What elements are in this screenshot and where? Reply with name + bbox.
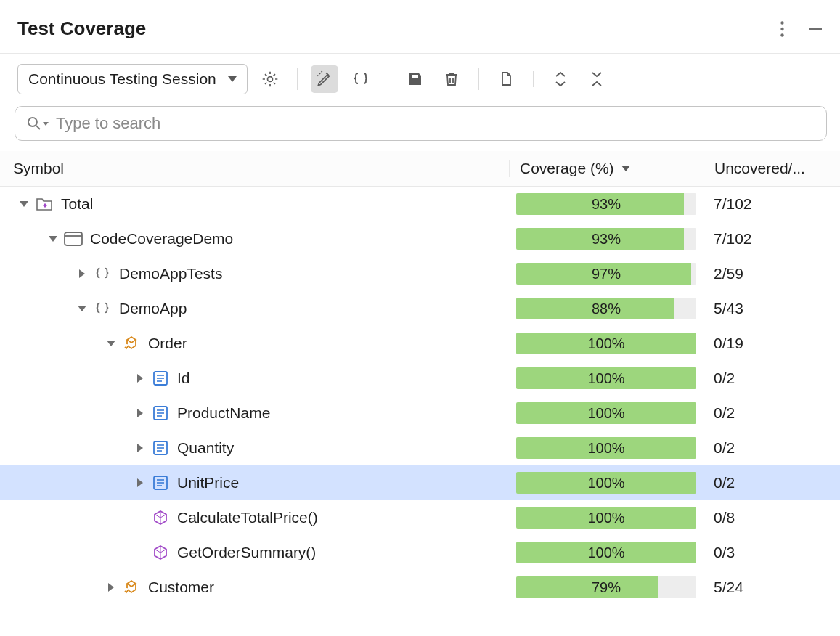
chevron-down-icon[interactable]: [74, 301, 90, 317]
coverage-percent: 100%: [516, 437, 696, 459]
search-input[interactable]: [56, 114, 815, 133]
row-name: CodeCoverageDemo: [90, 230, 233, 248]
coverage-percent: 100%: [516, 402, 696, 424]
tree-row[interactable]: Customer79%5/24: [0, 570, 840, 605]
method-icon: [151, 543, 170, 562]
uncovered-count: 2/59: [704, 265, 840, 282]
column-coverage[interactable]: Coverage (%): [509, 160, 704, 177]
tree-row[interactable]: ProductName100%0/2: [0, 396, 840, 431]
panel-title: Test Coverage: [17, 17, 772, 40]
coverage-bar: 100%: [516, 333, 696, 354]
session-dropdown[interactable]: Continuous Testing Session: [17, 64, 248, 94]
chevron-right-icon[interactable]: [132, 370, 148, 386]
coverage-percent: 100%: [516, 367, 696, 389]
uncovered-count: 0/3: [704, 544, 840, 561]
coverage-bar: 100%: [516, 402, 696, 424]
save-icon[interactable]: [401, 65, 429, 93]
coverage-bar: 100%: [516, 472, 696, 494]
tree-row[interactable]: CodeCoverageDemo93%7/102: [0, 221, 840, 256]
tree-row[interactable]: GetOrderSummary()100%0/3: [0, 535, 840, 570]
uncovered-count: 0/19: [704, 335, 840, 352]
property-icon: [151, 473, 170, 492]
chevron-down-icon[interactable]: [103, 335, 119, 351]
class-icon: [122, 578, 141, 597]
row-name: DemoApp: [119, 300, 187, 317]
coverage-bar: 100%: [516, 437, 696, 459]
coverage-bar: 100%: [516, 542, 696, 563]
chevron-right-icon[interactable]: [103, 579, 119, 595]
uncovered-count: 0/2: [704, 474, 840, 492]
coverage-percent: 88%: [516, 298, 696, 319]
coverage-bar: 93%: [516, 193, 696, 215]
coverage-percent: 100%: [516, 472, 696, 494]
row-name: Quantity: [177, 439, 234, 457]
row-name: GetOrderSummary(): [177, 544, 316, 561]
uncovered-count: 7/102: [704, 195, 840, 213]
chevron-down-icon[interactable]: [16, 196, 32, 212]
minimize-icon[interactable]: [805, 19, 825, 39]
module-icon: [64, 229, 83, 248]
search-box[interactable]: [15, 106, 827, 141]
property-icon: [151, 369, 170, 388]
coverage-percent: 100%: [516, 333, 696, 354]
expand-collapse-icon[interactable]: [547, 65, 574, 93]
toolbar-separator: [297, 68, 298, 90]
highlight-icon[interactable]: [311, 65, 338, 93]
tree-row[interactable]: DemoApp88%5/43: [0, 291, 840, 326]
panel-header: Test Coverage: [0, 0, 840, 54]
table-header: Symbol Coverage (%) Uncovered/...: [0, 151, 840, 187]
coverage-percent: 97%: [516, 263, 696, 285]
column-symbol[interactable]: Symbol: [0, 160, 509, 177]
toolbar-separator: [388, 68, 388, 90]
tree-row[interactable]: UnitPrice100%0/2: [0, 465, 840, 500]
row-name: DemoAppTests: [119, 265, 222, 282]
more-options-icon[interactable]: [772, 19, 792, 39]
uncovered-count: 0/2: [704, 404, 840, 422]
chevron-down-icon[interactable]: [45, 231, 61, 247]
tree-row[interactable]: Order100%0/19: [0, 326, 840, 361]
folder-icon: [35, 195, 54, 213]
coverage-bar: 93%: [516, 228, 696, 250]
delete-icon[interactable]: [438, 65, 465, 93]
coverage-bar: 100%: [516, 507, 696, 529]
uncovered-count: 5/24: [704, 579, 840, 596]
row-name: Order: [148, 335, 187, 352]
coverage-bar: 88%: [516, 298, 696, 319]
chevron-right-icon[interactable]: [132, 475, 148, 491]
tree-row[interactable]: DemoAppTests97%2/59: [0, 256, 840, 291]
toolbar-separator: [533, 71, 534, 87]
svg-point-0: [780, 21, 783, 24]
coverage-bar: 97%: [516, 263, 696, 285]
tree-row[interactable]: Id100%0/2: [0, 361, 840, 396]
search-icon: [27, 116, 49, 131]
svg-point-4: [267, 77, 272, 82]
chevron-right-icon[interactable]: [74, 266, 90, 282]
row-name: Id: [177, 370, 190, 387]
export-icon[interactable]: [492, 65, 520, 93]
coverage-tree: Total93%7/102CodeCoverageDemo93%7/102Dem…: [0, 187, 840, 636]
tree-row[interactable]: Quantity100%0/2: [0, 431, 840, 465]
column-uncovered[interactable]: Uncovered/...: [704, 160, 840, 177]
tree-row[interactable]: Total93%7/102: [0, 187, 840, 221]
svg-rect-5: [415, 75, 417, 78]
braces-icon[interactable]: [347, 65, 375, 93]
sort-desc-icon: [621, 166, 630, 171]
namespace-icon: [93, 299, 112, 318]
close-icon[interactable]: [583, 65, 611, 93]
uncovered-count: 0/2: [704, 370, 840, 387]
chevron-right-icon[interactable]: [132, 440, 148, 456]
settings-icon[interactable]: [256, 65, 284, 93]
coverage-percent: 100%: [516, 507, 696, 529]
row-name: CalculateTotalPrice(): [177, 509, 318, 526]
coverage-bar: 100%: [516, 367, 696, 389]
toolbar: Continuous Testing Session: [0, 54, 840, 102]
tree-row[interactable]: CalculateTotalPrice()100%0/8: [0, 500, 840, 535]
class-icon: [122, 334, 141, 353]
property-icon: [151, 404, 170, 423]
row-name: ProductName: [177, 404, 270, 422]
uncovered-count: 7/102: [704, 230, 840, 248]
svg-point-2: [780, 33, 783, 36]
uncovered-count: 5/43: [704, 300, 840, 317]
row-name: UnitPrice: [177, 474, 239, 492]
chevron-right-icon[interactable]: [132, 405, 148, 421]
